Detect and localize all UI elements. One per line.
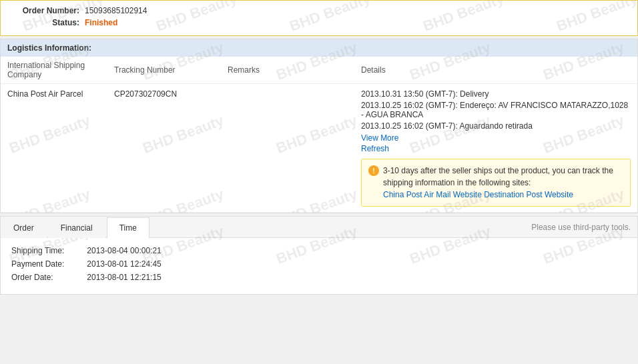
info-box: ! 3-10 days after the seller ships out t… (361, 159, 631, 207)
shipping-time-row: Shipping Time: 2013-08-04 00:00:21 (11, 246, 627, 255)
info-icon: ! (368, 165, 379, 176)
payment-date-label: Payment Date: (11, 259, 85, 269)
col-header-tracking: Tracking Number (107, 57, 221, 84)
destination-post-link[interactable]: Destination Post Website (484, 190, 573, 199)
detail-line-3: 2013.10.25 16:02 (GMT-7): Aguardando ret… (361, 121, 631, 131)
tabs-right-hint: Please use third-party tools. (531, 223, 637, 232)
logistics-section: BHD Beauty BHD Beauty BHD Beauty BHD Bea… (0, 39, 638, 213)
logistics-row: China Post Air Parcel CP207302709CN 2013… (1, 84, 637, 213)
order-date-value: 2013-08-01 12:21:15 (87, 273, 161, 282)
order-number-value: 15093685102914 (85, 6, 147, 15)
china-post-link[interactable]: China Post Air Mail Website (383, 190, 482, 199)
info-text-content: 3-10 days after the seller ships out the… (383, 165, 623, 201)
status-label: Status: (11, 18, 85, 27)
status-value: Finished (85, 18, 117, 27)
details-cell: 2013.10.31 13:50 (GMT-7): Delivery 2013.… (354, 84, 637, 213)
tab-order[interactable]: Order (1, 217, 47, 238)
tracking-cell: CP207302709CN (107, 84, 221, 213)
payment-date-row: Payment Date: 2013-08-01 12:24:45 (11, 259, 627, 269)
col-header-company: International Shipping Company (1, 57, 107, 84)
remarks-cell (221, 84, 354, 213)
payment-date-value: 2013-08-01 12:24:45 (87, 259, 161, 269)
company-cell: China Post Air Parcel (1, 84, 107, 213)
tabs-section: BHD Beauty BHD Beauty BHD Beauty BHD Bea… (0, 216, 638, 295)
logistics-header: Logistics Information: (1, 39, 637, 57)
tab-financial[interactable]: Financial (48, 217, 105, 238)
logistics-title: Logistics Information: (7, 43, 91, 53)
order-header: BHD Beauty BHD Beauty BHD Beauty BHD Bea… (0, 0, 638, 36)
tabs-bar: Order Financial Time Please use third-pa… (1, 217, 637, 238)
info-text-body: 3-10 days after the seller ships out the… (383, 166, 613, 187)
shipping-time-label: Shipping Time: (11, 246, 85, 255)
view-more-link[interactable]: View More (361, 133, 398, 143)
logistics-table: International Shipping Company Tracking … (1, 57, 637, 213)
order-number-label: Order Number: (11, 6, 85, 15)
detail-line-2: 2013.10.25 16:02 (GMT-7): Endereço: AV F… (361, 101, 631, 119)
shipping-time-value: 2013-08-04 00:00:21 (87, 246, 161, 255)
order-date-label: Order Date: (11, 273, 85, 282)
order-date-row: Order Date: 2013-08-01 12:21:15 (11, 273, 627, 282)
tab-time[interactable]: Time (107, 217, 149, 238)
detail-line-1: 2013.10.31 13:50 (GMT-7): Delivery (361, 89, 631, 99)
refresh-link[interactable]: Refresh (361, 144, 389, 153)
col-header-details: Details (354, 57, 637, 84)
col-header-remarks: Remarks (221, 57, 354, 84)
tab-content-time: Shipping Time: 2013-08-04 00:00:21 Payme… (1, 238, 637, 294)
